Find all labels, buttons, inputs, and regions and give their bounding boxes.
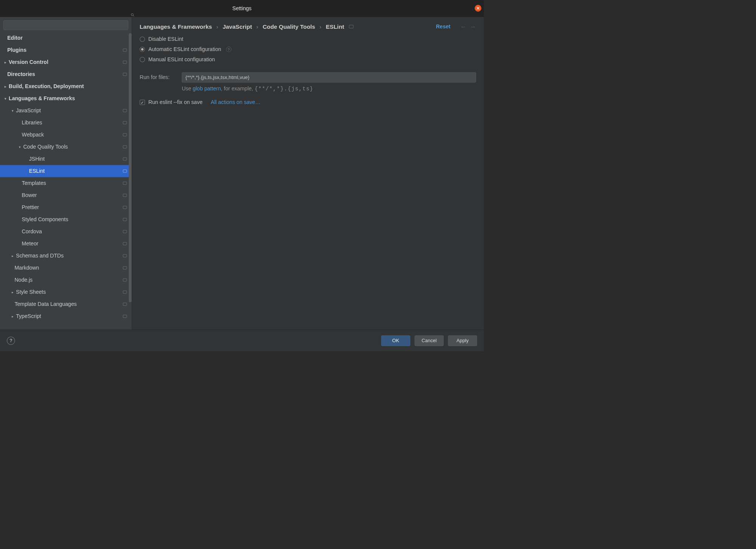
- tree-item-node-js[interactable]: Node.js: [0, 274, 132, 286]
- tree-item-languages-frameworks[interactable]: ▾Languages & Frameworks: [0, 92, 132, 104]
- close-icon: [477, 6, 480, 10]
- tree-item-label: Build, Execution, Deployment: [9, 83, 127, 90]
- project-badge-icon: [123, 254, 127, 257]
- fix-on-save-label: Run eslint --fix on save: [148, 99, 202, 105]
- help-icon[interactable]: ?: [226, 47, 231, 52]
- settings-tree[interactable]: EditorPlugins▸Version ControlDirectories…: [0, 32, 132, 329]
- tree-item-version-control[interactable]: ▸Version Control: [0, 56, 132, 68]
- tree-item-label: Libraries: [22, 119, 123, 126]
- fix-on-save-checkbox[interactable]: [140, 100, 145, 105]
- tree-item-plugins[interactable]: Plugins: [0, 44, 132, 56]
- chevron-down-icon: ▾: [17, 145, 23, 149]
- project-badge-icon: [123, 133, 127, 136]
- project-badge-icon: [123, 182, 127, 185]
- breadcrumb-segment: Languages & Frameworks: [140, 23, 212, 30]
- tree-item-eslint[interactable]: ESLint: [0, 165, 132, 177]
- cancel-button[interactable]: Cancel: [414, 335, 444, 346]
- close-button[interactable]: [475, 5, 481, 12]
- breadcrumb-separator: ›: [320, 23, 321, 30]
- ok-button[interactable]: OK: [381, 335, 410, 346]
- run-for-files-input[interactable]: [182, 72, 476, 82]
- tree-item-libraries[interactable]: Libraries: [0, 116, 132, 129]
- tree-item-prettier[interactable]: Prettier: [0, 201, 132, 213]
- tree-item-label: Style Sheets: [16, 289, 123, 295]
- tree-item-schemas-and-dtds[interactable]: ▸Schemas and DTDs: [0, 250, 132, 262]
- tree-item-markdown[interactable]: Markdown: [0, 262, 132, 274]
- tree-item-styled-components[interactable]: Styled Components: [0, 213, 132, 225]
- settings-sidebar: EditorPlugins▸Version ControlDirectories…: [0, 17, 132, 330]
- project-badge-icon: [123, 315, 127, 318]
- tree-item-label: Node.js: [14, 277, 123, 283]
- help-button[interactable]: ?: [7, 337, 15, 345]
- project-badge-icon: [123, 170, 127, 173]
- tree-item-directories[interactable]: Directories: [0, 68, 132, 80]
- project-badge-icon: [349, 25, 354, 28]
- tree-item-bower[interactable]: Bower: [0, 189, 132, 201]
- radio-icon: [140, 47, 145, 52]
- project-badge-icon: [123, 206, 127, 209]
- project-badge-icon: [123, 267, 127, 270]
- project-badge-icon: [123, 218, 127, 221]
- tree-item-label: Styled Components: [22, 216, 123, 223]
- chevron-down-icon: ▾: [2, 96, 9, 100]
- radio-label: Disable ESLint: [148, 36, 183, 42]
- settings-main: Languages & Frameworks›JavaScript›Code Q…: [132, 17, 484, 330]
- radio-disable-eslint[interactable]: Disable ESLint: [140, 36, 476, 42]
- project-badge-icon: [123, 146, 127, 149]
- project-badge-icon: [123, 242, 127, 245]
- chevron-down-icon: ▾: [9, 109, 16, 112]
- project-badge-icon: [123, 279, 127, 282]
- apply-button[interactable]: Apply: [448, 335, 477, 346]
- breadcrumb-segment: ESLint: [326, 23, 344, 30]
- tree-item-label: Templates: [22, 180, 123, 186]
- chevron-right-icon: ▸: [9, 290, 16, 294]
- tree-item-label: Markdown: [14, 265, 123, 271]
- tree-item-label: Plugins: [7, 47, 123, 53]
- search-input[interactable]: [3, 20, 128, 30]
- project-badge-icon: [123, 61, 127, 64]
- tree-item-label: Meteor: [22, 240, 123, 247]
- titlebar: Settings: [0, 0, 484, 17]
- nav-forward-icon[interactable]: →: [470, 23, 476, 30]
- breadcrumb-segment: Code Quality Tools: [263, 23, 315, 30]
- tree-item-webpack[interactable]: Webpack: [0, 129, 132, 141]
- tree-item-jshint[interactable]: JSHint: [0, 153, 132, 165]
- tree-item-typescript[interactable]: ▸TypeScript: [0, 310, 132, 322]
- tree-item-cordova[interactable]: Cordova: [0, 225, 132, 237]
- tree-item-editor[interactable]: Editor: [0, 32, 132, 44]
- tree-item-label: ESLint: [29, 168, 123, 174]
- tree-item-label: Code Quality Tools: [23, 144, 123, 150]
- radio-label: Automatic ESLint configuration: [148, 46, 221, 53]
- tree-item-code-quality-tools[interactable]: ▾Code Quality Tools: [0, 141, 132, 153]
- chevron-right-icon: ▸: [9, 314, 16, 318]
- tree-item-label: Directories: [7, 71, 123, 78]
- reset-link[interactable]: Reset: [436, 23, 450, 30]
- tree-item-meteor[interactable]: Meteor: [0, 237, 132, 250]
- tree-item-label: Languages & Frameworks: [9, 95, 127, 102]
- nav-back-icon[interactable]: ←: [460, 23, 467, 30]
- radio-manual-eslint[interactable]: Manual ESLint configuration: [140, 56, 476, 63]
- tree-item-templates[interactable]: Templates: [0, 177, 132, 189]
- radio-auto-eslint[interactable]: Automatic ESLint configuration ?: [140, 46, 476, 53]
- breadcrumb-segment: JavaScript: [223, 23, 252, 30]
- tree-item-label: Cordova: [22, 228, 123, 235]
- all-actions-link[interactable]: All actions on save…: [211, 99, 260, 105]
- tree-item-label: Template Data Languages: [14, 301, 123, 307]
- glob-pattern-link[interactable]: glob pattern: [193, 85, 221, 92]
- dialog-footer: ? OK Cancel Apply: [0, 330, 484, 352]
- project-badge-icon: [123, 303, 127, 306]
- tree-item-template-data-languages[interactable]: Template Data Languages: [0, 298, 132, 310]
- tree-item-label: JavaScript: [16, 107, 123, 114]
- tree-item-style-sheets[interactable]: ▸Style Sheets: [0, 286, 132, 298]
- project-badge-icon: [123, 109, 127, 112]
- tree-item-build-execution-deployment[interactable]: ▸Build, Execution, Deployment: [0, 80, 132, 92]
- project-badge-icon: [123, 73, 127, 76]
- breadcrumb-separator: ›: [216, 23, 218, 30]
- run-for-files-label: Run for files:: [140, 74, 176, 81]
- scrollbar[interactable]: [129, 33, 132, 302]
- radio-label: Manual ESLint configuration: [148, 56, 215, 63]
- tree-item-javascript[interactable]: ▾JavaScript: [0, 104, 132, 116]
- tree-item-label: Version Control: [9, 59, 123, 65]
- chevron-right-icon: ▸: [9, 254, 16, 257]
- radio-icon: [140, 57, 145, 62]
